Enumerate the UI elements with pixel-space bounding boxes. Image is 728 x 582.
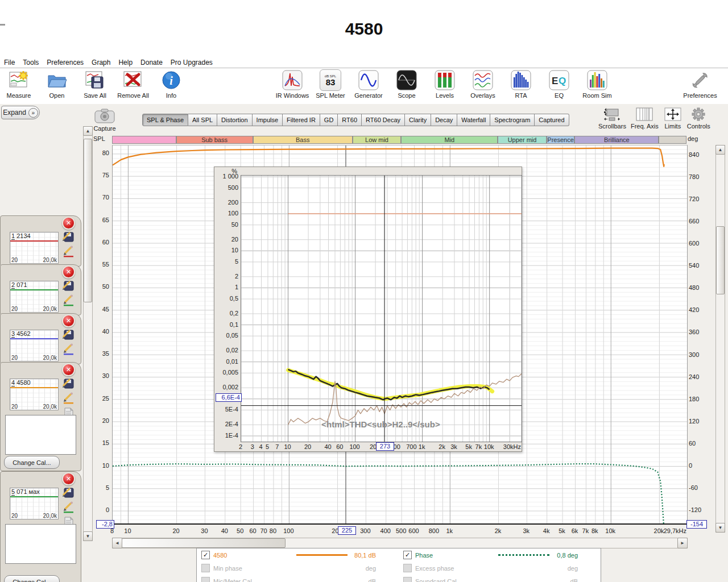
remove-measurement-icon[interactable]: ✕	[62, 314, 75, 327]
save-button[interactable]	[61, 486, 75, 498]
freq-tick: 2k	[489, 527, 506, 534]
toolbar-button-open[interactable]: Open	[42, 69, 72, 99]
save-button[interactable]	[61, 230, 75, 243]
legend-checkbox[interactable]	[201, 577, 210, 582]
toolbar-button-generator[interactable]: Generator	[353, 69, 384, 99]
toolbar-button-overlays[interactable]: Overlays	[468, 69, 498, 99]
tab-waterfall[interactable]: Waterfall	[457, 114, 490, 126]
toolbar-button-room-sim[interactable]: Room Sim	[582, 69, 613, 99]
toolbar-button-preferences[interactable]: Preferences	[685, 69, 715, 99]
tab-all-spl[interactable]: All SPL	[188, 114, 217, 126]
tab-clarity[interactable]: Clarity	[405, 114, 431, 126]
tab-filtered-ir[interactable]: Filtered IR	[283, 114, 320, 126]
measurement-notes[interactable]	[5, 524, 76, 564]
deg-tick: 60	[689, 440, 696, 447]
scroll-thumb[interactable]	[84, 139, 92, 302]
menu-item-help[interactable]: Help	[114, 59, 136, 66]
trace-color-line	[10, 387, 58, 388]
thd-overlay-window[interactable]: % <html>THD<sub>H2..9</sub> 6,6E-4 273 1…	[214, 167, 522, 452]
measurement-thumbnail[interactable]: 3 45622020,0k	[10, 330, 59, 361]
measurement-thumbnail[interactable]: 4 45802020,0k	[10, 379, 59, 410]
menu-item-donate[interactable]: Donate	[136, 59, 167, 66]
measurement-thumbnail[interactable]: 5 071 мах2020,0k	[10, 488, 59, 519]
measurement-thumbnail[interactable]: 1 21342020,0k	[10, 232, 59, 264]
menu-item-tools[interactable]: Tools	[19, 59, 43, 66]
freq-tick: 300	[357, 527, 374, 534]
legend-checkbox[interactable]	[201, 564, 210, 572]
measurement-item-1[interactable]: ✕1 21342020,0k	[0, 215, 81, 267]
legend-entry-4580: ✓458080,1 dB	[197, 551, 399, 559]
thd-x-tick: 100	[348, 443, 362, 450]
tab-impulse[interactable]: Impulse	[253, 114, 283, 126]
scroll-up-arrow[interactable]: ▲	[715, 145, 725, 155]
scroll-down-arrow[interactable]: ▼	[715, 523, 725, 533]
remove-measurement-icon[interactable]: ✕	[62, 265, 75, 278]
toolbar-button-levels[interactable]: 0369Levels	[429, 69, 460, 99]
graph-button-freq.-axis[interactable]: Freq. Axis	[631, 107, 659, 130]
remove-measurement-icon[interactable]: ✕	[62, 472, 75, 485]
toolbar-button-label: Open	[49, 92, 65, 99]
spl-tick: 65	[96, 217, 109, 223]
toolbar-button-rta[interactable]: RTA	[506, 69, 536, 99]
remove-measurement-icon[interactable]: ✕	[62, 217, 75, 230]
scroll-track[interactable]	[715, 145, 725, 533]
tab-spl-phase[interactable]: SPL & Phase	[142, 114, 188, 126]
pencil-button[interactable]	[61, 501, 75, 513]
legend-checkbox[interactable]	[403, 564, 412, 572]
tab-rt60[interactable]: RT60	[338, 114, 362, 126]
measurement-item-3[interactable]: ✕3 45622020,0k	[0, 313, 81, 364]
graph-button-scrollbars[interactable]: Scrollbars	[598, 107, 626, 130]
scroll-down-arrow[interactable]: ▼	[83, 531, 93, 541]
toolbar-button-scope[interactable]: Scope	[391, 69, 422, 99]
scroll-right-arrow[interactable]: ►	[677, 538, 688, 548]
toolbar-button-info[interactable]: iInfo	[156, 69, 187, 99]
toolbar-button-spl-meter[interactable]: dB SPL83SPL Meter	[315, 69, 346, 99]
graph-button-limits[interactable]: Limits	[663, 107, 682, 130]
menu-item-pro-upgrades[interactable]: Pro Upgrades	[167, 59, 217, 66]
measurement-item-5[interactable]: ✕5 071 мах2020,0kChange Cal...	[0, 471, 81, 582]
legend-checkbox[interactable]	[403, 577, 412, 582]
tab-spectrogram[interactable]: Spectrogram	[490, 114, 535, 126]
scroll-up-arrow[interactable]: ▲	[83, 126, 93, 136]
scroll-thumb[interactable]	[122, 538, 286, 548]
save-button[interactable]	[61, 328, 75, 340]
measurement-notes[interactable]	[5, 415, 76, 455]
scroll-left-arrow[interactable]: ◄	[112, 538, 122, 548]
toolbar-button-measure[interactable]: Measure	[3, 69, 34, 99]
save-button[interactable]	[61, 377, 75, 389]
tab-decay[interactable]: Decay	[431, 114, 457, 126]
thumb-xmax: 20,0k	[43, 404, 57, 410]
pencil-button[interactable]	[61, 392, 75, 404]
tab-captured[interactable]: Captured	[535, 114, 569, 126]
legend-checkbox[interactable]: ✓	[403, 551, 412, 559]
change-cal-button[interactable]: Change Cal...	[4, 456, 60, 469]
spl-axis-title: SPL	[93, 135, 105, 142]
pencil-button[interactable]	[61, 343, 75, 355]
save-button[interactable]	[61, 279, 75, 292]
measurement-item-2[interactable]: ✕2 0712020,0k	[0, 264, 81, 315]
tab-distortion[interactable]: Distortion	[217, 114, 252, 126]
graph-button-controls[interactable]: Controls	[687, 107, 710, 130]
toolbar-button-save-all[interactable]: Save All	[80, 69, 110, 99]
tab-gd[interactable]: GD	[320, 114, 338, 126]
change-cal-button[interactable]: Change Cal...	[4, 575, 60, 582]
toolbar-button-ir-windows[interactable]: IR Windows	[277, 69, 308, 99]
menu-item-file[interactable]: File	[0, 59, 19, 66]
edit-pencil-icon	[62, 294, 75, 306]
legend-checkbox[interactable]: ✓	[201, 551, 210, 559]
toolbar-button-remove-all[interactable]: Remove All	[118, 69, 148, 99]
measurement-thumbnail[interactable]: 2 0712020,0k	[10, 281, 59, 313]
toolbar-button-eq[interactable]: EQEQ	[544, 69, 574, 99]
scroll-thumb[interactable]	[716, 226, 725, 294]
measurement-item-4[interactable]: ✕4 45802020,0kChange Cal...	[0, 362, 81, 471]
toolbar-button-label: Remove All	[117, 92, 149, 99]
capture-button[interactable]: Capture	[91, 108, 118, 132]
menu-item-preferences[interactable]: Preferences	[43, 59, 88, 66]
menu-item-graph[interactable]: Graph	[88, 59, 114, 66]
tab-rt60-decay[interactable]: RT60 Decay	[362, 114, 405, 126]
pencil-button[interactable]	[61, 245, 75, 257]
legend-row: Min phasedegExcess phasedeg	[197, 562, 601, 575]
legend-entry-soundcard-cal: Soundcard CaldB	[399, 577, 601, 582]
pencil-button[interactable]	[61, 294, 75, 306]
remove-measurement-icon[interactable]: ✕	[62, 363, 75, 376]
